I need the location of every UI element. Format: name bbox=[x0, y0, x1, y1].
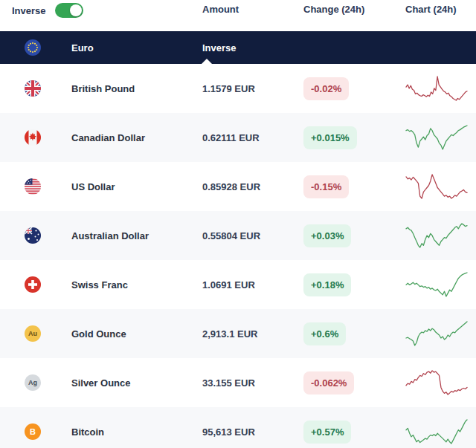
sparkline-chart bbox=[405, 270, 468, 299]
table-toolbar: Inverse Amount Change (24h) Chart (24h) bbox=[0, 0, 476, 31]
currency-table: British Pound 1.1579 EUR -0.02% Canadian… bbox=[0, 64, 476, 448]
column-header-chart: Chart (24h) bbox=[405, 3, 476, 16]
amount-value: 0.62111 EUR bbox=[202, 132, 303, 143]
change-badge: +0.57% bbox=[303, 421, 351, 444]
svg-text:Ag: Ag bbox=[28, 379, 37, 386]
svg-text:B: B bbox=[30, 427, 36, 436]
currency-name: Gold Ounce bbox=[71, 328, 126, 340]
column-header-amount: Amount bbox=[202, 3, 303, 16]
table-row[interactable]: Australian Dollar 0.55804 EUR +0.03% bbox=[0, 211, 476, 260]
au-flag-icon bbox=[25, 227, 41, 244]
base-currency-name: Euro bbox=[71, 42, 94, 53]
table-row[interactable]: Au Gold Ounce 2,913.1 EUR +0.6% bbox=[0, 309, 476, 358]
table-row[interactable]: B Bitcoin 95,613 EUR +0.57% bbox=[0, 407, 476, 448]
btc-icon: B bbox=[25, 423, 41, 440]
currency-name: Silver Ounce bbox=[71, 377, 130, 389]
currency-name: Canadian Dollar bbox=[71, 132, 145, 143]
us-flag-icon bbox=[25, 178, 41, 195]
amount-value: 1.1579 EUR bbox=[202, 83, 303, 94]
table-row[interactable]: Canadian Dollar 0.62111 EUR +0.015% bbox=[0, 113, 476, 162]
change-badge: +0.015% bbox=[303, 126, 357, 149]
toggle-knob bbox=[70, 4, 82, 16]
ch-flag-icon bbox=[25, 276, 41, 293]
sparkline-chart bbox=[405, 319, 468, 348]
currency-name: Swiss Franc bbox=[71, 279, 128, 290]
amount-value: 1.0691 EUR bbox=[202, 279, 303, 290]
pointer-notch bbox=[202, 59, 212, 64]
gold-icon: Au bbox=[25, 325, 41, 342]
inverse-column-label: Inverse bbox=[202, 42, 303, 53]
change-badge: -0.15% bbox=[303, 175, 349, 198]
currency-name: British Pound bbox=[71, 83, 135, 94]
inverse-toggle-group: Inverse bbox=[0, 3, 202, 18]
change-badge: -0.062% bbox=[303, 371, 354, 395]
inverse-toggle-label: Inverse bbox=[12, 5, 46, 16]
currency-name: US Dollar bbox=[71, 181, 115, 192]
sparkline-chart bbox=[405, 368, 468, 397]
change-badge: +0.6% bbox=[303, 322, 346, 345]
currency-name: Australian Dollar bbox=[71, 230, 149, 241]
amount-value: 0.55804 EUR bbox=[202, 230, 303, 241]
amount-value: 95,613 EUR bbox=[202, 426, 303, 438]
silver-icon: Ag bbox=[25, 374, 41, 391]
sparkline-chart bbox=[405, 74, 468, 103]
change-badge: +0.18% bbox=[303, 273, 351, 296]
table-row[interactable]: British Pound 1.1579 EUR -0.02% bbox=[0, 64, 476, 113]
amount-value: 33.155 EUR bbox=[202, 377, 303, 389]
amount-value: 0.85928 EUR bbox=[202, 181, 303, 192]
sparkline-chart bbox=[405, 221, 468, 250]
sparkline-chart bbox=[405, 417, 468, 447]
change-badge: +0.03% bbox=[303, 224, 351, 247]
ca-flag-icon bbox=[25, 129, 41, 146]
eu-flag-icon bbox=[25, 39, 41, 56]
change-badge: -0.02% bbox=[303, 77, 349, 100]
amount-value: 2,913.1 EUR bbox=[202, 328, 303, 340]
svg-text:Au: Au bbox=[28, 330, 37, 337]
table-row[interactable]: Swiss Franc 1.0691 EUR +0.18% bbox=[0, 260, 476, 309]
table-row[interactable]: US Dollar 0.85928 EUR -0.15% bbox=[0, 162, 476, 211]
column-header-change: Change (24h) bbox=[303, 3, 382, 16]
inverse-toggle-switch[interactable] bbox=[55, 3, 83, 18]
base-currency-header: Euro Inverse bbox=[0, 31, 476, 64]
sparkline-chart bbox=[405, 123, 468, 152]
sparkline-chart bbox=[405, 172, 468, 201]
currency-name: Bitcoin bbox=[71, 426, 104, 438]
table-row[interactable]: Ag Silver Ounce 33.155 EUR -0.062% bbox=[0, 358, 476, 407]
gb-flag-icon bbox=[25, 80, 41, 97]
